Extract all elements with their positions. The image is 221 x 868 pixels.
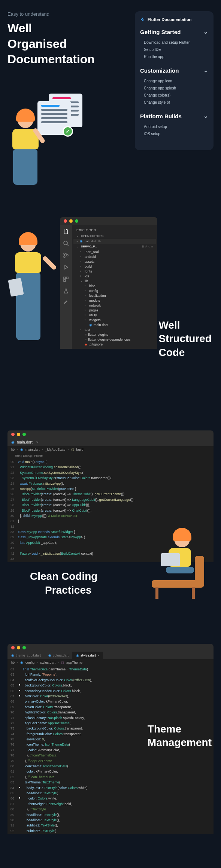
tree-folder[interactable]: ›.dart_tool xyxy=(73,249,156,254)
extensions-icon[interactable] xyxy=(63,276,69,283)
doc-item[interactable]: Change style of xyxy=(140,99,208,106)
doc-group: Getting Started⌄Download and setup Flutt… xyxy=(140,28,208,60)
debug-icon[interactable] xyxy=(63,264,69,271)
search-icon[interactable] xyxy=(63,240,69,247)
tree-folder[interactable]: ›test xyxy=(73,327,156,332)
minimize-dot[interactable] xyxy=(69,219,73,223)
section-structured-code: EXPLORER ⌄OPEN EDITORS × ◉ main.dart lib… xyxy=(0,202,221,419)
code-line: 87 fontWeight: FontWeight.bold, xyxy=(7,801,214,807)
code-line: 90 headline5: TextStyle(), xyxy=(7,817,214,823)
breadcrumb[interactable]: lib › ◉ config › styles.dart › ⬡ appThem… xyxy=(7,659,214,666)
tree-folder[interactable]: ⌄lib xyxy=(73,278,156,283)
doc-section-title[interactable]: Platform Builds⌄ xyxy=(140,113,208,119)
code-line: 31} xyxy=(7,518,214,524)
code-line: 65■ backgroundColor: Colors.black, xyxy=(7,683,214,688)
doc-section-title[interactable]: Customization⌄ xyxy=(140,67,208,74)
open-editors-section[interactable]: ⌄OPEN EDITORS xyxy=(73,233,156,239)
svg-point-2 xyxy=(64,256,65,258)
explorer-title: EXPLORER xyxy=(73,227,156,233)
tree-folder[interactable]: ›network xyxy=(73,303,156,308)
editor-tab[interactable]: ◉main.dart× xyxy=(7,438,214,446)
svg-rect-4 xyxy=(64,277,66,279)
close-dot[interactable] xyxy=(64,219,67,223)
project-root[interactable]: ⌄SERVO_P...⎘ ⤢ ↻ ⊞ xyxy=(73,244,156,249)
editor-tab[interactable]: ◉ styles.dart × xyxy=(72,652,103,659)
code-line: 23 SystemUiOverlayStyle(statusBarColor: … xyxy=(7,475,214,481)
vscode-window: EXPLORER ⌄OPEN EDITORS × ◉ main.dart lib… xyxy=(60,217,157,349)
section-documentation: Easy to understand Well Organised Docume… xyxy=(0,0,221,202)
code-line: 24 await Firebase.initializeApp(); xyxy=(7,481,214,486)
code-line: 28 BlocProvider(create: (context) => App… xyxy=(7,502,214,508)
tree-folder[interactable]: ›ios xyxy=(73,274,156,278)
svg-point-0 xyxy=(64,241,67,245)
flutter-icon[interactable] xyxy=(63,300,69,307)
doc-item[interactable]: Change app icon xyxy=(140,77,208,85)
doc-item[interactable]: Change app splash xyxy=(140,85,208,92)
code-line: 83 textTheme: TextTheme( xyxy=(7,780,214,785)
code-line: 91 subtitle1: TextStyle(), xyxy=(7,823,214,828)
tree-folder[interactable]: ›widgets xyxy=(73,317,156,322)
explorer-panel: EXPLORER ⌄OPEN EDITORS × ◉ main.dart lib… xyxy=(72,225,157,349)
editor-tab[interactable]: ◉ theme_cubit.dart xyxy=(7,652,45,659)
doc-item[interactable]: Android setup xyxy=(140,123,208,130)
svg-rect-5 xyxy=(66,277,68,279)
tree-folder[interactable]: ›fonts xyxy=(73,269,156,274)
svg-point-1 xyxy=(64,253,65,255)
svg-rect-6 xyxy=(64,280,66,281)
doc-header-text: Flutter Documentation xyxy=(148,17,191,22)
tree-file[interactable]: ≡ flutter-plugins-dependencies xyxy=(73,337,156,342)
doc-group: Customization⌄Change app iconChange app … xyxy=(140,67,208,106)
flutter-icon xyxy=(140,17,145,22)
tree-file[interactable]: ≡ flutter-plugins xyxy=(73,332,156,337)
tree-file[interactable]: ◉ main.dart xyxy=(73,322,156,327)
doc-group: Platform Builds⌄Android setupiOS setup xyxy=(140,113,208,137)
close-dot[interactable] xyxy=(11,646,15,649)
title-line: Theme xyxy=(148,722,212,736)
minimize-dot[interactable] xyxy=(17,646,20,649)
title-line: Well xyxy=(158,319,212,332)
testing-icon[interactable] xyxy=(63,288,69,295)
tree-folder[interactable]: ›assets xyxy=(73,259,156,264)
tree-folder[interactable]: ›localization xyxy=(73,293,156,298)
code-line: 81 color: kPrimaryColor, xyxy=(7,769,214,774)
minimize-dot[interactable] xyxy=(17,433,20,436)
maximize-dot[interactable] xyxy=(22,646,26,649)
character-illustration: ✓ xyxy=(7,94,86,191)
tree-folder[interactable]: ›android xyxy=(73,254,156,259)
code-line: 84■ bodyText1: TextStyle(color: Colors.w… xyxy=(7,785,214,791)
window-titlebar xyxy=(7,430,214,438)
code-line: 88 ), // TextStyle xyxy=(7,807,214,812)
code-lens[interactable]: Run | Debug | Profile xyxy=(7,453,214,459)
tree-folder[interactable]: ›pages xyxy=(73,308,156,313)
files-icon[interactable] xyxy=(63,228,69,235)
code-line: 68 primaryColor: kPrimaryColor, xyxy=(7,699,214,704)
tree-folder[interactable]: ›config xyxy=(73,288,156,293)
tree-folder[interactable]: ›bloc xyxy=(73,283,156,288)
tree-folder[interactable]: ›utility xyxy=(73,313,156,317)
doc-item[interactable]: Setup IDE xyxy=(140,46,208,53)
code-line: 21 WidgetsFlutterBinding.ensureInitializ… xyxy=(7,465,214,470)
doc-item[interactable]: Download and setup Flutter xyxy=(140,39,208,46)
code-line: 86■ color: Colors.white, xyxy=(7,796,214,801)
editor-tab[interactable]: ◉ colors.dart xyxy=(45,652,72,659)
maximize-dot[interactable] xyxy=(75,219,78,223)
source-control-icon[interactable] xyxy=(63,252,69,259)
doc-item[interactable]: Run the app xyxy=(140,53,208,60)
doc-section-title[interactable]: Getting Started⌄ xyxy=(140,28,208,35)
tablet-illustration xyxy=(8,278,24,296)
close-dot[interactable] xyxy=(11,433,15,436)
breadcrumb[interactable]: lib › ◉ main.dart › _MyAppState › ⬡ buil… xyxy=(7,446,214,453)
doc-item[interactable]: Change color(s) xyxy=(140,92,208,99)
open-tab[interactable]: × ◉ main.dart lib xyxy=(73,239,156,244)
maximize-dot[interactable] xyxy=(22,433,26,436)
tree-folder[interactable]: ›build xyxy=(73,264,156,269)
window-titlebar xyxy=(60,217,157,225)
title-line: Code xyxy=(158,346,212,359)
code-line: 27 BlocProvider(create: (context) => Lan… xyxy=(7,497,214,502)
title-line: Structured xyxy=(158,332,212,345)
tree-folder[interactable]: ›models xyxy=(73,298,156,303)
doc-item[interactable]: iOS setup xyxy=(140,130,208,137)
tree-file[interactable]: ◆ .gitignore xyxy=(73,342,156,347)
code-line: 82 ), // IconThemeData xyxy=(7,774,214,780)
code-body[interactable]: 62 final ThemeData darkTheme = ThemeData… xyxy=(7,666,214,834)
